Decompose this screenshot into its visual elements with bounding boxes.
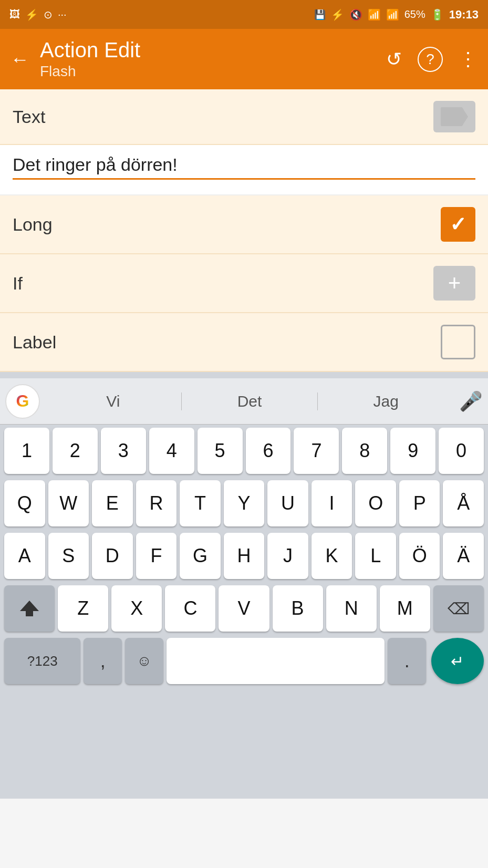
microphone-button[interactable]: 🎤 [459, 390, 483, 412]
status-time: 19:13 [449, 8, 479, 22]
text-input-row [0, 145, 488, 195]
key-c[interactable]: C [165, 585, 215, 632]
key-o[interactable]: O [355, 480, 396, 526]
key-b[interactable]: B [273, 585, 323, 632]
status-bar: 🖼 ⚡ ⊙ ··· 💾 ⚡ 🔇 📶 📶 65% 🔋 19:13 [0, 0, 488, 29]
mute-status-icon: 🔇 [349, 8, 362, 21]
key-x[interactable]: X [111, 585, 162, 632]
key-u[interactable]: U [267, 480, 308, 526]
if-row: If + [0, 254, 488, 313]
status-bar-left: 🖼 ⚡ ⊙ ··· [9, 8, 67, 21]
long-label: Long [13, 214, 53, 235]
key-s[interactable]: S [48, 533, 89, 579]
period-key[interactable]: . [388, 638, 426, 684]
text-tag-button[interactable] [433, 101, 475, 132]
key-6[interactable]: 6 [246, 428, 291, 474]
key-8[interactable]: 8 [342, 428, 387, 474]
signal-status-icon: 📶 [386, 8, 399, 21]
bottom-row: ?123 , ☺ . ↵ [0, 635, 488, 687]
key-h[interactable]: H [224, 533, 265, 579]
key-aa[interactable]: Å [443, 480, 484, 526]
wifi-status-icon: 📶 [368, 8, 381, 21]
key-9[interactable]: 9 [390, 428, 435, 474]
bluetooth-status-icon: ⚡ [331, 8, 344, 21]
label-label: Label [13, 332, 56, 353]
reset-button[interactable]: ↺ [386, 48, 402, 70]
qwerty-row: Q W E R T Y U I O P Å [0, 477, 488, 530]
enter-key[interactable]: ↵ [431, 638, 484, 684]
circle-status-icon: ⊙ [44, 8, 53, 21]
if-label: If [13, 273, 23, 294]
key-r[interactable]: R [136, 480, 177, 526]
key-1[interactable]: 1 [4, 428, 49, 474]
label-row: Label [0, 313, 488, 372]
shift-key[interactable] [4, 585, 55, 632]
long-checkbox[interactable]: ✓ [441, 207, 475, 242]
status-bar-right: 💾 ⚡ 🔇 📶 📶 65% 🔋 19:13 [314, 8, 479, 22]
plus-icon: + [448, 272, 461, 294]
key-2[interactable]: 2 [53, 428, 98, 474]
key-i[interactable]: I [312, 480, 352, 526]
key-g[interactable]: G [180, 533, 221, 579]
app-bar-title-group: Action Edit Flash [40, 38, 376, 80]
suggestions-row: G Vi Det Jag 🎤 [0, 378, 488, 425]
backspace-key[interactable]: ⌫ [433, 585, 484, 632]
label-checkbox[interactable] [441, 325, 475, 359]
keyboard: G Vi Det Jag 🎤 1 2 3 4 5 6 7 8 9 0 Q W E… [0, 372, 488, 799]
space-key[interactable] [167, 638, 385, 684]
suggestions-list: Vi Det Jag [45, 392, 454, 410]
battery-icon: 🔋 [431, 8, 444, 21]
key-0[interactable]: 0 [439, 428, 484, 474]
text-label: Text [13, 107, 45, 127]
image-status-icon: 🖼 [9, 8, 20, 20]
key-j[interactable]: J [267, 533, 308, 579]
long-row: Long ✓ [0, 195, 488, 254]
key-ae[interactable]: Ä [443, 533, 484, 579]
suggestion-jag[interactable]: Jag [318, 392, 454, 410]
save-status-icon: 💾 [314, 9, 326, 20]
key-5[interactable]: 5 [198, 428, 243, 474]
key-w[interactable]: W [48, 480, 89, 526]
back-button[interactable]: ← [11, 48, 29, 70]
help-button[interactable]: ? [418, 47, 443, 72]
more-button[interactable]: ⋮ [459, 48, 477, 70]
content-area: Text Long ✓ If + Label [0, 89, 488, 372]
key-7[interactable]: 7 [294, 428, 339, 474]
key-f[interactable]: F [136, 533, 177, 579]
shift-icon [20, 601, 39, 616]
if-add-button[interactable]: + [433, 266, 475, 301]
key-q[interactable]: Q [4, 480, 45, 526]
key-a[interactable]: A [4, 533, 45, 579]
text-row: Text [0, 89, 488, 145]
enter-icon: ↵ [451, 652, 464, 670]
key-v[interactable]: V [219, 585, 269, 632]
key-y[interactable]: Y [224, 480, 265, 526]
app-bar-title: Action Edit [40, 38, 376, 62]
key-p[interactable]: P [399, 480, 440, 526]
google-logo[interactable]: G [5, 384, 40, 419]
suggestion-vi[interactable]: Vi [45, 392, 182, 410]
app-bar-subtitle: Flash [40, 63, 376, 80]
text-input[interactable] [13, 154, 475, 180]
symbols-key[interactable]: ?123 [4, 638, 80, 684]
tag-icon [441, 107, 468, 126]
suggestion-det[interactable]: Det [182, 392, 318, 410]
key-3[interactable]: 3 [101, 428, 146, 474]
key-k[interactable]: K [312, 533, 352, 579]
app-bar: ← Action Edit Flash ↺ ? ⋮ [0, 29, 488, 89]
key-d[interactable]: D [92, 533, 133, 579]
key-z[interactable]: Z [58, 585, 108, 632]
emoji-key[interactable]: ☺ [125, 638, 163, 684]
zxcv-row: Z X C V B N M ⌫ [0, 582, 488, 635]
key-m[interactable]: M [380, 585, 430, 632]
key-e[interactable]: E [92, 480, 133, 526]
key-l[interactable]: L [355, 533, 396, 579]
key-t[interactable]: T [180, 480, 221, 526]
checkmark-icon: ✓ [450, 213, 466, 236]
flash-status-icon: ⚡ [25, 8, 38, 21]
comma-key[interactable]: , [84, 638, 122, 684]
app-bar-actions: ↺ ? ⋮ [386, 47, 477, 72]
key-4[interactable]: 4 [149, 428, 194, 474]
key-oe[interactable]: Ö [399, 533, 440, 579]
key-n[interactable]: N [326, 585, 377, 632]
